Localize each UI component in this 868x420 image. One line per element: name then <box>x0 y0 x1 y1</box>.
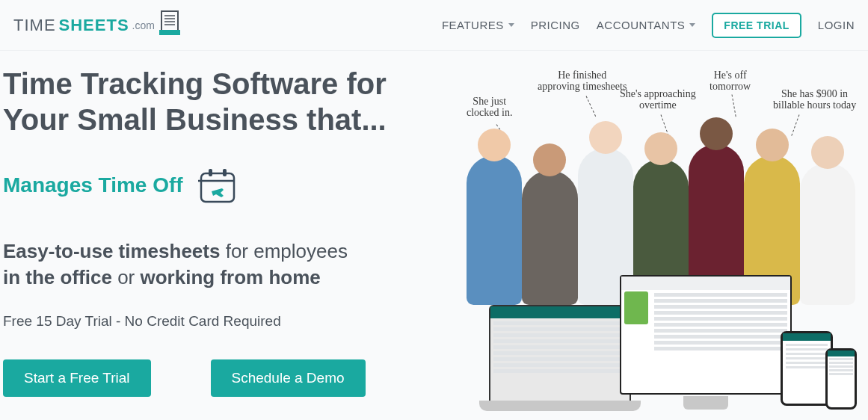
logo-post: .com <box>132 19 155 31</box>
app-titlebar <box>783 333 831 341</box>
start-trial-label: Start a Free Trial <box>24 370 130 386</box>
nav-pricing-label: PRICING <box>531 19 580 31</box>
table-row <box>829 369 853 371</box>
annotation-approving: He finished approving timesheets <box>538 70 627 93</box>
nav-login[interactable]: LOGIN <box>818 19 855 31</box>
table-row <box>786 366 828 368</box>
table-row <box>493 321 627 325</box>
monitor-mockup <box>620 275 792 395</box>
table-row <box>493 345 627 349</box>
sub-plain2: or <box>112 266 141 288</box>
table-row <box>654 293 787 297</box>
svg-rect-5 <box>159 30 180 35</box>
app-header <box>621 277 790 290</box>
logo-mid: SHEETS <box>59 16 129 35</box>
table-row <box>654 311 787 315</box>
table-row <box>493 357 627 361</box>
cta-row: Start a Free Trial Schedule a Demo <box>3 359 452 397</box>
laptop-rows <box>490 318 630 378</box>
hero-illustration: She just clocked in. He finished approvi… <box>459 66 863 417</box>
rotating-text: Manages Time Off <box>3 173 183 197</box>
table-row <box>654 317 787 321</box>
nav-accountants[interactable]: ACCOUNTANTS <box>597 19 696 31</box>
headline: Time Tracking Software for Your Small Bu… <box>3 66 452 138</box>
sub-bold2: in the office <box>3 266 112 288</box>
table-row <box>829 362 853 364</box>
table-row <box>493 351 627 355</box>
nav-pricing[interactable]: PRICING <box>531 19 580 31</box>
svg-rect-6 <box>201 173 234 202</box>
annotation-off-tomorrow: He's off tomorrow <box>710 70 751 93</box>
arrow-icon <box>586 96 597 117</box>
tablet-rows <box>783 341 831 374</box>
table-row <box>786 348 828 350</box>
devices-group <box>489 268 863 417</box>
table-row <box>654 323 787 327</box>
monitor-rows <box>651 290 790 356</box>
table-row <box>654 305 787 309</box>
table-row <box>654 341 787 345</box>
top-nav: FEATURES PRICING ACCOUNTANTS FREE TRIAL … <box>442 13 855 38</box>
subheadline: Easy-to-use timesheets for employees in … <box>3 238 452 291</box>
table-row <box>493 363 627 367</box>
sidebar-panel <box>624 291 648 324</box>
laptop-mockup <box>489 305 631 402</box>
nav-login-label: LOGIN <box>818 19 855 31</box>
header: TIMESHEETS.com FEATURES PRICING ACCOUNTA… <box>0 0 868 51</box>
table-row <box>493 333 627 337</box>
schedule-demo-label: Schedule a Demo <box>232 370 345 386</box>
sub-bold1: Easy-to-use timesheets <box>3 240 220 262</box>
nav-accountants-label: ACCOUNTANTS <box>597 19 686 31</box>
table-row <box>493 339 627 343</box>
table-row <box>786 362 828 364</box>
nav-free-trial-button[interactable]: FREE TRIAL <box>712 13 801 38</box>
hero-section: Time Tracking Software for Your Small Bu… <box>0 51 868 417</box>
table-row <box>654 347 787 350</box>
hero-copy: Time Tracking Software for Your Small Bu… <box>3 66 452 417</box>
sub-bold3: working from home <box>140 266 320 288</box>
annotation-overtime: She's approaching overtime <box>620 88 696 111</box>
table-row <box>829 358 853 360</box>
table-row <box>786 344 828 346</box>
phone-rows <box>828 356 855 378</box>
svg-rect-9 <box>223 169 227 176</box>
annotation-clocked-in: She just clocked in. <box>467 96 512 119</box>
headline-line1: Time Tracking Software for <box>3 67 387 100</box>
start-free-trial-button[interactable]: Start a Free Trial <box>3 359 151 397</box>
annotation-billable: She has $900 in billable hours today <box>773 88 856 111</box>
table-row <box>654 329 787 333</box>
table-row <box>786 357 828 359</box>
table-row <box>786 353 828 355</box>
app-titlebar <box>490 306 630 318</box>
table-row <box>493 327 627 331</box>
chevron-down-icon <box>508 23 514 27</box>
table-row <box>829 365 853 368</box>
logo-pre: TIME <box>13 16 56 35</box>
trial-note: Free 15 Day Trial - No Credit Card Requi… <box>3 313 452 330</box>
schedule-demo-button[interactable]: Schedule a Demo <box>211 359 366 397</box>
document-stack-icon <box>159 10 180 40</box>
table-row <box>493 369 627 373</box>
headline-line2: Your Small Business that... <box>3 103 387 136</box>
free-trial-label: FREE TRIAL <box>724 19 789 31</box>
calendar-airplane-icon <box>198 166 237 205</box>
logo[interactable]: TIMESHEETS.com <box>13 10 180 40</box>
table-row <box>829 373 853 375</box>
sub-plain1: for employees <box>220 240 348 262</box>
app-titlebar <box>828 350 855 356</box>
table-row <box>654 335 787 339</box>
svg-rect-8 <box>209 169 212 176</box>
nav-features[interactable]: FEATURES <box>442 19 514 31</box>
table-row <box>654 299 787 303</box>
phone-mockup <box>825 348 857 410</box>
rotating-feature: Manages Time Off <box>3 166 452 205</box>
arrow-icon <box>732 94 736 117</box>
chevron-down-icon <box>689 23 695 27</box>
nav-features-label: FEATURES <box>442 19 504 31</box>
